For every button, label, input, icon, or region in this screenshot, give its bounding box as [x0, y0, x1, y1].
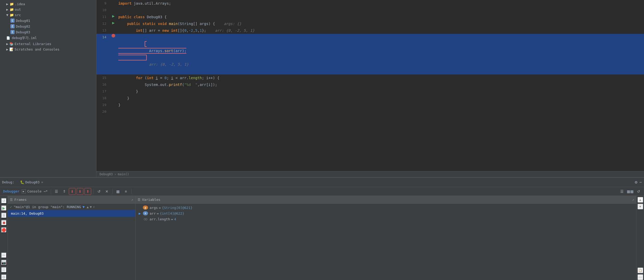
layout-btn[interactable]: ▦▦	[627, 188, 634, 195]
drop-frame-btn[interactable]: ✕	[103, 188, 110, 195]
mute-breakpoints-btn[interactable]: 🔴	[1, 227, 7, 233]
scroll-down-btn[interactable]: ▼	[637, 204, 643, 209]
code-line-20: 20	[96, 108, 644, 115]
step-over-up-btn[interactable]: ⇑	[61, 188, 68, 195]
variables-panel-header: ☰ Variables ↗	[136, 196, 636, 204]
var-name-arr-length: arr.length	[150, 217, 170, 221]
bottom-menu-btn[interactable]: ☰	[1, 267, 7, 273]
line-content-14: Arrays.sort(arr); arr: {0, -2, 5, 1}	[117, 34, 644, 74]
red-box-14: Arrays.sort(arr);	[118, 41, 186, 60]
sidebar-item-out[interactable]: ▶ 📁 out	[0, 7, 96, 12]
breadcrumb-method[interactable]: main()	[118, 172, 129, 176]
code-line-15: 15 for (int i = 0; i < arr.length; i++) …	[96, 74, 644, 81]
sidebar-item-ext-libs[interactable]: ▶ 📚 External Libraries	[0, 41, 96, 47]
debugger-tab-btn[interactable]: Debugger	[2, 189, 21, 193]
line-number-20: 20	[96, 108, 109, 115]
var-value-arr: {int[4]@622}	[160, 211, 184, 215]
line-number-14: 14	[96, 34, 109, 41]
console-tab-btn-wrapper: ▶ Console →*	[22, 189, 49, 194]
thread-up-btn[interactable]: ▲	[87, 205, 89, 209]
resume-btn[interactable]: ▶	[1, 205, 7, 211]
thread-filter-btn[interactable]: ⚡	[93, 205, 95, 209]
java-file-icon-debug03: C	[10, 30, 15, 34]
edit-btn[interactable]: ✏	[1, 252, 7, 258]
thread-down-btn[interactable]: ▼	[90, 205, 92, 209]
folder-expand-src: ▼	[6, 13, 8, 17]
pause-btn[interactable]: ⏸	[1, 213, 7, 218]
minimize-icon[interactable]: −	[639, 180, 642, 185]
toolbar-sep-1	[51, 189, 51, 194]
debug-tab-label: Debug03	[25, 180, 40, 184]
var-item-arr-length[interactable]: ○○ arr.length = 4	[136, 216, 636, 222]
sidebar-item-debug01[interactable]: C Debug01	[0, 18, 96, 23]
var-type-icon-args: p	[143, 206, 148, 210]
debug-tab-close[interactable]: ×	[41, 180, 43, 184]
camera-btn[interactable]: 📷	[1, 260, 7, 265]
toolbar-sep-3	[112, 189, 113, 194]
scratches-icon: 📝	[9, 47, 14, 51]
settings-btn-vtb[interactable]: ⚙	[1, 274, 7, 280]
var-expand-arr[interactable]: ▶	[139, 211, 143, 215]
line-content-17: }	[117, 88, 644, 95]
sidebar-item-scratches[interactable]: ▶ 📝 Scratches and Consoles	[0, 47, 96, 52]
sidebar-item-src[interactable]: ▼ 📁 src	[0, 12, 96, 18]
breadcrumb: Debug03 › main()	[96, 171, 644, 177]
copy-btn[interactable]: 📋	[637, 267, 643, 273]
sidebar-item-debug02[interactable]: C Debug02	[0, 23, 96, 29]
line-content-19: }	[117, 102, 644, 108]
step-out-btn[interactable]: ⬇	[77, 188, 83, 195]
settings-icon[interactable]: ⚙	[635, 180, 637, 185]
settings-2-btn[interactable]: ↺	[635, 188, 642, 195]
iml-icon: 📄	[6, 36, 10, 40]
breakpoint-14	[112, 34, 115, 38]
thread-item: ✓ "main"@1 in group "main": RUNNING ▼ ▲ …	[8, 204, 135, 210]
variables-panel-expand[interactable]: ↗	[632, 198, 634, 202]
sidebar-item-iml[interactable]: 📄 debug学习.iml	[0, 35, 96, 41]
line-number-13: 13	[96, 27, 109, 34]
watch-btn[interactable]: ○○	[637, 274, 643, 280]
code-line-17: 17 }	[96, 88, 644, 95]
code-editor: 9 import java.util.Arrays; 10 11 ▶ publi…	[96, 0, 644, 177]
list-view-btn[interactable]: ≡	[122, 188, 129, 195]
toolbar-sep-4	[131, 189, 132, 194]
step-over-btn[interactable]: ⬆	[84, 188, 91, 195]
frames-panel: ☰ Frames ↗ ✓ "main"@1 in group "main": R…	[8, 196, 136, 280]
frame-item-main14[interactable]: main:14, Debug03	[8, 210, 135, 217]
sidebar-item-idea[interactable]: ▶ 📁 .idea	[0, 1, 96, 7]
var-name-args: args	[150, 206, 158, 210]
frames-panel-title: Frames	[14, 198, 27, 202]
code-line-10: 10	[96, 7, 644, 14]
var-item-args[interactable]: p args = {String[0]@621}	[136, 205, 636, 210]
stop-btn[interactable]: ⏹	[1, 220, 7, 226]
line-number-9: 9	[96, 0, 109, 7]
scroll-up-btn[interactable]: ▲	[637, 197, 643, 203]
code-line-14: 14 Arrays.sort(arr); arr: {0, -2, 5, 1}	[96, 34, 644, 74]
debug-tab-debug03[interactable]: 🐛 Debug03 ×	[17, 179, 46, 185]
code-line-19: 19 }	[96, 102, 644, 108]
line-number-16: 16	[96, 81, 109, 88]
rerun-btn[interactable]: ↺	[1, 198, 7, 204]
restore-layout-btn[interactable]: ☰	[53, 188, 60, 195]
more-options-btn[interactable]: ☰	[618, 188, 625, 195]
run-arrow-12: ▶	[112, 20, 115, 25]
line-number-18: 18	[96, 95, 109, 102]
sidebar-item-debug03[interactable]: C Debug03	[0, 29, 96, 35]
grid-view-btn[interactable]: ▦	[115, 188, 121, 195]
frames-panel-expand[interactable]: ↗	[131, 198, 133, 202]
var-eq-arr: =	[157, 211, 159, 215]
evaluate-btn[interactable]: ↺	[96, 188, 102, 195]
folder-expand-out: ▶	[6, 8, 8, 11]
main-container: ▶ 📁 .idea ▶ 📁 out ▼ 📁 src C Debug01 C De…	[0, 0, 644, 280]
var-type-icon-arr: ≡	[143, 211, 148, 215]
step-into-btn[interactable]: ⬇	[69, 188, 76, 195]
breadcrumb-class[interactable]: Debug03	[100, 172, 113, 176]
left-vtoolbar: ↺ ▶ ⏸ ⏹ 🔴 ✏ 📷 ☰ ⚙	[0, 196, 8, 280]
line-gutter-14	[109, 34, 117, 38]
var-item-arr[interactable]: ▶ ≡ arr = {int[4]@622}	[136, 210, 636, 216]
console-tab-btn[interactable]: Console →*	[26, 189, 49, 193]
var-value-length: 4	[174, 217, 176, 221]
variables-panel: ☰ Variables ↗ p args = {String[0]@621}	[136, 196, 636, 280]
line-content-13: int[] arr = new int[]{0,-2,5,1}; arr: {0…	[117, 27, 644, 34]
breadcrumb-sep: ›	[114, 172, 116, 176]
thread-dropdown-icon[interactable]: ▼	[83, 205, 85, 209]
